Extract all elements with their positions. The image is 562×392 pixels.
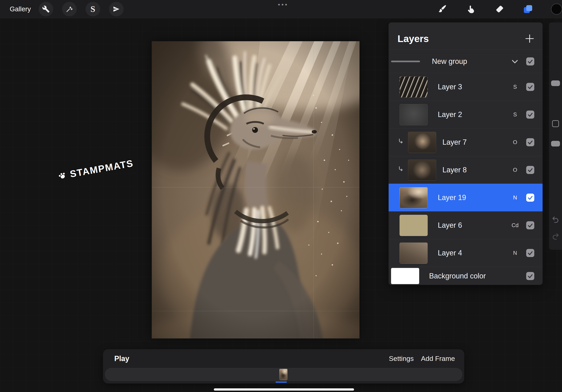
- gallery-button[interactable]: Gallery: [10, 0, 31, 18]
- checkbox-check-icon: [527, 58, 533, 65]
- layers-panel-button[interactable]: [522, 3, 534, 15]
- artwork-canvas[interactable]: [152, 41, 360, 338]
- watermark: STAMPMATS: [57, 157, 134, 182]
- animation-settings-button[interactable]: Settings: [389, 349, 414, 368]
- frame-thumbnail[interactable]: [279, 369, 287, 380]
- layer-row-layer6[interactable]: Layer 6 Cd: [389, 211, 543, 239]
- layer-visibility-checkbox[interactable]: [526, 83, 534, 91]
- layers-panel: Layers New group Layer 3 S Laye: [389, 22, 543, 285]
- undo-button[interactable]: [551, 215, 560, 224]
- watermark-text: STAMPMATS: [69, 157, 134, 179]
- checkbox-check-icon: [527, 195, 533, 201]
- layer-group-row[interactable]: New group: [389, 49, 543, 73]
- transform-arrow-icon: [113, 5, 120, 13]
- checkbox-check-icon: [527, 84, 533, 90]
- checkbox-check-icon: [527, 139, 533, 145]
- add-layer-button[interactable]: [524, 33, 535, 44]
- layer-visibility-checkbox[interactable]: [526, 111, 534, 119]
- magic-wand-icon: [66, 5, 73, 13]
- layer-name: Layer 4: [438, 239, 462, 267]
- layer-thumbnail[interactable]: [399, 187, 428, 208]
- group-visibility-checkbox[interactable]: [526, 57, 534, 66]
- layer-name: Layer 7: [443, 129, 467, 156]
- layer-name: Layer 8: [443, 156, 467, 184]
- layer-visibility-checkbox[interactable]: [526, 166, 534, 174]
- color-swatch-button[interactable]: [551, 3, 562, 15]
- home-indicator: [214, 388, 354, 391]
- checkbox-check-icon: [527, 273, 533, 279]
- layer-thumbnail[interactable]: [399, 76, 428, 98]
- layer-row-layer3[interactable]: Layer 3 S: [389, 73, 543, 101]
- layer-row-layer8[interactable]: Layer 8 O: [389, 156, 543, 184]
- background-visibility-checkbox[interactable]: [526, 272, 534, 280]
- blend-mode-button[interactable]: O: [504, 156, 526, 184]
- layers-icon: [523, 4, 533, 14]
- adjustments-button[interactable]: [62, 2, 77, 16]
- eraser-icon: [495, 4, 504, 14]
- background-color-label: Background color: [429, 267, 486, 285]
- undo-icon: [551, 215, 560, 224]
- redo-icon: [551, 232, 560, 240]
- layer-thumbnail[interactable]: [399, 215, 428, 236]
- eraser-tool-button[interactable]: [494, 3, 505, 15]
- animation-assist-bar: Play Settings Add Frame: [103, 349, 464, 383]
- smudge-finger-icon: [466, 4, 476, 14]
- checkbox-check-icon: [527, 222, 533, 228]
- layer-name: Layer 6: [438, 212, 462, 239]
- current-frame-indicator: [276, 381, 287, 383]
- blend-mode-button[interactable]: O: [504, 129, 526, 156]
- layer-row-layer7[interactable]: Layer 7 O: [389, 128, 543, 156]
- layer-visibility-checkbox[interactable]: [526, 249, 534, 257]
- layer-thumbnail[interactable]: [399, 243, 428, 264]
- layer-row-layer19-selected[interactable]: Layer 19 N: [389, 184, 543, 211]
- background-color-row[interactable]: Background color: [389, 267, 543, 285]
- checkbox-check-icon: [527, 112, 533, 118]
- layer-thumbnail[interactable]: [408, 132, 436, 153]
- artwork-painting: [152, 41, 360, 338]
- group-name: New group: [432, 50, 467, 73]
- opacity-slider[interactable]: [551, 141, 560, 146]
- frame-timeline[interactable]: [105, 368, 462, 381]
- clipping-mask-icon: [398, 138, 405, 145]
- blend-mode-button[interactable]: N: [504, 239, 526, 267]
- redo-button[interactable]: [551, 232, 560, 240]
- wrench-icon: [42, 5, 50, 13]
- layer-name: Layer 3: [438, 73, 462, 101]
- modify-button[interactable]: [552, 120, 559, 127]
- brush-size-slider[interactable]: [551, 80, 560, 86]
- layers-panel-header: Layers: [389, 22, 543, 49]
- layers-panel-title: Layers: [398, 33, 429, 44]
- blend-mode-button[interactable]: S: [504, 101, 526, 128]
- blend-mode-button[interactable]: Cd: [504, 212, 526, 239]
- canvas-menu-handle[interactable]: •••: [261, 0, 306, 9]
- play-button[interactable]: Play: [114, 349, 129, 368]
- watermark-paw-icon: [56, 169, 68, 182]
- plus-icon: [524, 33, 535, 44]
- top-toolbar: Gallery S •••: [0, 0, 562, 18]
- checkbox-check-icon: [527, 167, 533, 173]
- actions-button[interactable]: [39, 2, 53, 16]
- layer-visibility-checkbox[interactable]: [526, 138, 534, 146]
- layer-name: Layer 19: [438, 184, 466, 211]
- layer-row-layer2[interactable]: Layer 2 S: [389, 101, 543, 128]
- selection-s-icon: S: [90, 5, 95, 13]
- layer-visibility-checkbox[interactable]: [526, 194, 534, 202]
- selection-button[interactable]: S: [86, 2, 100, 16]
- add-frame-button[interactable]: Add Frame: [421, 349, 455, 368]
- layer-thumbnail[interactable]: [399, 104, 428, 125]
- blend-mode-button[interactable]: N: [504, 184, 526, 211]
- paintbrush-icon: [437, 4, 447, 14]
- chevron-down-icon: [510, 56, 520, 66]
- transform-button[interactable]: [109, 2, 124, 16]
- blend-mode-button[interactable]: S: [504, 73, 526, 101]
- paint-tool-button[interactable]: [436, 3, 448, 15]
- group-collapse-button[interactable]: [510, 56, 520, 66]
- layer-visibility-checkbox[interactable]: [526, 221, 534, 229]
- layer-thumbnail[interactable]: [408, 159, 436, 181]
- procreate-workspace: Gallery S •••: [0, 0, 562, 392]
- canvas-sidebar: [549, 22, 562, 250]
- background-color-swatch[interactable]: [391, 268, 419, 284]
- smudge-tool-button[interactable]: [465, 3, 476, 15]
- layer-row-layer4[interactable]: Layer 4 N: [389, 239, 543, 267]
- clipping-mask-icon: [398, 166, 405, 172]
